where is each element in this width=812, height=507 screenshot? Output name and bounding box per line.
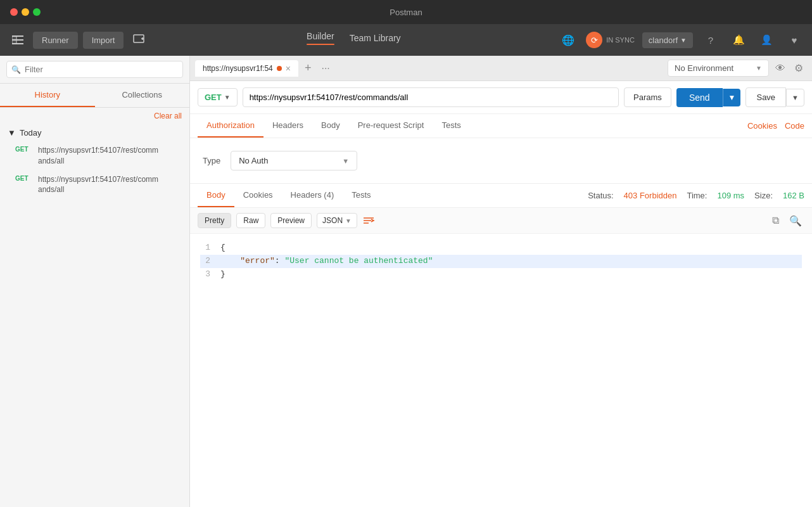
time-value: 109 ms [717,191,744,200]
method-selector[interactable]: GET ▼ [198,88,238,106]
close-tab-button[interactable]: × [286,64,291,73]
tab-pre-request[interactable]: Pre-request Script [349,114,433,138]
line-num-1: 1 [200,241,210,255]
more-tabs-button[interactable]: ··· [317,63,333,74]
bell-icon-button[interactable]: 🔔 [728,30,749,50]
save-button[interactable]: Save [745,87,786,107]
title-bar-left [10,8,41,16]
eye-icon-button[interactable]: 👁 [773,60,788,77]
tab-tests[interactable]: Tests [433,114,469,138]
add-tab-button[interactable]: + [301,61,315,75]
resp-tab-tests[interactable]: Tests [343,184,379,207]
send-button[interactable]: Send [676,88,723,107]
earth-icon-button[interactable]: 🌐 [558,30,578,50]
code-link[interactable]: Code [785,121,804,131]
copy-response-button[interactable]: ⧉ [770,214,782,228]
tab-history[interactable]: History [0,84,95,107]
tab-body[interactable]: Body [312,114,349,138]
method-badge-get: GET [15,145,33,153]
sidebar: 🔍 History Collections Clear all ▼ Today … [0,56,190,507]
resp-tab-body[interactable]: Body [198,184,234,207]
person-icon-button[interactable]: 👤 [756,30,777,50]
clear-all-button[interactable]: Clear all [0,108,189,124]
send-dropdown-button[interactable]: ▼ [723,89,741,106]
search-wrapper: 🔍 [6,61,183,78]
status-label: Status: [588,191,613,200]
new-window-icon [132,34,145,46]
sidebar-tabs: History Collections [0,84,189,108]
nav-team-library[interactable]: Team Library [350,33,401,47]
maximize-button[interactable] [33,8,41,16]
toolbar-right: 🌐 ⟳ IN SYNC clandorf ▼ ? 🔔 👤 ♥ [558,30,804,50]
format-raw-button[interactable]: Raw [236,213,265,228]
heart-icon-button[interactable]: ♥ [784,30,804,50]
close-button[interactable] [10,8,18,16]
main-layout: 🔍 History Collections Clear all ▼ Today … [0,56,812,507]
env-controls: No Environment ▼ 👁 ⚙ [661,56,812,81]
cookies-link[interactable]: Cookies [747,121,777,131]
history-item[interactable]: GET https://nysupsvr1f:54107/rest/comman… [0,170,189,200]
unsaved-indicator [277,66,282,71]
sync-icon: ⟳ [586,32,602,48]
code-line-2: 2 "error": "User cannot be authenticated… [200,255,802,268]
sidebar-icon [12,35,23,44]
url-bar: GET ▼ Params Send ▼ Save ▼ [190,81,812,114]
lang-select[interactable]: JSON ▼ [317,213,357,228]
size-label: Size: [754,191,773,200]
time-label: Time: [687,191,707,200]
tab-authorization[interactable]: Authorization [198,114,263,138]
new-tab-button[interactable] [129,30,149,50]
wrap-lines-button[interactable] [362,215,375,226]
toolbar-left: Runner Import [8,30,149,50]
toolbar-center: Builder Team Library [154,31,553,49]
filter-input[interactable] [6,61,183,78]
user-menu-button[interactable]: clandorf ▼ [642,32,693,48]
sync-badge: ⟳ IN SYNC [586,32,635,48]
line-content-1: { [220,241,225,255]
app-title: Postman [390,8,422,17]
params-button[interactable]: Params [624,87,671,107]
wrap-icon [362,215,375,226]
format-pretty-button[interactable]: Pretty [198,213,231,228]
req-config-right: Cookies Code [747,121,804,131]
history-url: https://nysupsvr1f:54107/rest/commands/a… [38,174,158,196]
runner-button[interactable]: Runner [33,32,78,49]
response-toolbar-right: ⧉ 🔍 [770,214,804,228]
req-config-tabs: Authorization Headers Body Pre-request S… [190,114,812,138]
auth-type-section: Type No Auth ▼ [190,138,812,183]
nav-builder[interactable]: Builder [307,31,334,49]
environment-selector[interactable]: No Environment ▼ [668,60,769,77]
sidebar-toggle-button[interactable] [8,30,28,50]
format-preview-button[interactable]: Preview [270,213,312,228]
settings-icon-button[interactable]: ⚙ [792,60,806,77]
status-value: 403 Forbidden [624,191,677,200]
response-meta: Status: 403 Forbidden Time: 109 ms Size:… [588,191,804,200]
help-icon-button[interactable]: ? [701,30,721,50]
import-button[interactable]: Import [83,32,124,49]
tab-collections[interactable]: Collections [95,84,190,107]
response-tabs-bar: Body Cookies Headers (4) Tests Status: 4… [190,184,812,208]
tab-headers[interactable]: Headers [263,114,312,138]
request-area: https://nysupsvr1f:54 × + ··· GET ▼ Para… [190,56,812,507]
url-input[interactable] [243,87,619,107]
minimize-button[interactable] [22,8,29,16]
save-dropdown-button[interactable]: ▼ [786,89,804,106]
line-content-2: "error": "User cannot be authenticated" [220,255,433,268]
response-code-block: 1 { 2 "error": "User cannot be authentic… [190,234,812,507]
auth-type-select[interactable]: No Auth ▼ [231,151,357,170]
save-group: Save ▼ [745,87,804,107]
traffic-lights [10,8,41,16]
toolbar: Runner Import Builder Team Library 🌐 ⟳ I… [0,24,812,56]
resp-tab-cookies[interactable]: Cookies [234,184,282,207]
line-num-2: 2 [200,255,210,268]
line-content-3: } [220,268,225,281]
title-bar: Postman [0,0,812,24]
method-badge-get: GET [15,174,33,182]
response-body-toolbar: Pretty Raw Preview JSON ▼ ⧉ [190,208,812,234]
history-item[interactable]: GET https://nysupsvr1f:54107/rest/comman… [0,141,189,170]
request-tab-active[interactable]: https://nysupsvr1f:54 × [195,60,298,77]
search-response-button[interactable]: 🔍 [787,214,804,228]
history-group-today[interactable]: ▼ Today [0,124,189,141]
resp-tab-headers[interactable]: Headers (4) [282,184,343,207]
code-line-3: 3 } [200,268,802,281]
